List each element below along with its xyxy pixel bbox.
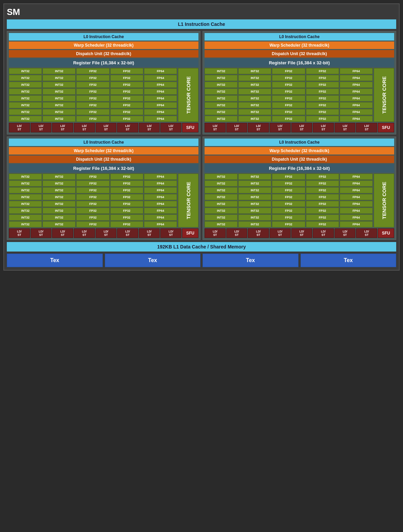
ld-st-4: LD/ST [270, 228, 291, 238]
sfu-2: SFU [378, 123, 394, 132]
sub-processor-1: L0 Instruction Cache Warp Scheduler (32 … [7, 31, 200, 134]
cu-int32: INT32 [9, 214, 42, 221]
cu-int32: INT32 [43, 214, 76, 221]
sub-processors-grid: L0 Instruction Cache Warp Scheduler (32 … [7, 31, 396, 240]
cu-fp32: FP32 [272, 109, 305, 115]
ld-st-7: LD/ST [139, 123, 160, 132]
cu-int32: INT32 [9, 75, 42, 81]
cu-fp32: FP32 [272, 95, 305, 101]
cu-fp64: FP64 [340, 95, 373, 101]
cu-int32: INT32 [238, 109, 271, 115]
cu-int32: INT32 [9, 102, 42, 108]
warp-scheduler-1: Warp Scheduler (32 thread/clk) [9, 42, 198, 49]
cu-fp64: FP64 [340, 201, 373, 207]
cu-fp32: FP32 [110, 194, 143, 200]
cu-fp64: FP64 [340, 180, 373, 187]
cu-fp32: FP32 [110, 68, 143, 74]
cu-int32: INT32 [205, 221, 238, 227]
ld-st-1: LD/ST [205, 228, 226, 238]
cu-int32: INT32 [43, 187, 76, 193]
l1-instruction-cache: L1 Instruction Cache [7, 19, 396, 29]
cu-fp32: FP32 [306, 221, 339, 227]
tex-4: Tex [301, 254, 397, 267]
l1-data-cache: 192KB L1 Data Cache / Shared Memory [7, 242, 396, 252]
cu-fp32: FP32 [306, 194, 339, 200]
cu-fp32: FP32 [306, 109, 339, 115]
cu-fp32: FP32 [272, 194, 305, 200]
cu-fp32: FP32 [76, 180, 109, 187]
dispatch-unit-1: Dispatch Unit (32 thread/clk) [9, 50, 198, 58]
cu-fp32: FP32 [272, 214, 305, 221]
dispatch-unit-2: Dispatch Unit (32 thread/clk) [205, 50, 394, 58]
cu-fp32: FP32 [306, 208, 339, 214]
cu-fp64: FP64 [340, 187, 373, 193]
int-fp-grid-2: INT32INT32FP32FP32FP64 INT32INT32FP32FP3… [205, 68, 373, 122]
int-fp-grid-3: INT32INT32FP32FP32FP64 INT32INT32FP32FP3… [9, 174, 177, 227]
cu-fp32: FP32 [272, 116, 305, 122]
ld-st-2: LD/ST [226, 123, 247, 132]
cu-int32: INT32 [238, 221, 271, 227]
cu-int32: INT32 [43, 68, 76, 74]
ld-st-2: LD/ST [226, 228, 247, 238]
cu-int32: INT32 [43, 102, 76, 108]
cu-fp32: FP32 [110, 221, 143, 227]
ld-st-sfu-row-4: LD/ST LD/ST LD/ST LD/ST LD/ST LD/ST LD/S… [205, 228, 394, 238]
ld-st-3: LD/ST [248, 123, 269, 132]
cu-fp32: FP32 [76, 187, 109, 193]
cu-int32: INT32 [43, 180, 76, 187]
cu-fp32: FP32 [272, 221, 305, 227]
cu-int32: INT32 [9, 208, 42, 214]
cu-fp32: FP32 [76, 208, 109, 214]
cu-int32: INT32 [43, 221, 76, 227]
cu-int32: INT32 [9, 180, 42, 187]
ld-st-3: LD/ST [52, 123, 73, 132]
cu-fp32: FP32 [110, 174, 143, 180]
tensor-core-4: TENSOR CORE [374, 174, 394, 227]
sfu-4: SFU [378, 228, 394, 238]
cu-fp32: FP32 [272, 174, 305, 180]
cu-fp64: FP64 [144, 194, 177, 200]
cu-fp64: FP64 [144, 214, 177, 221]
cu-int32: INT32 [205, 88, 238, 95]
cu-int32: INT32 [9, 95, 42, 101]
tex-2: Tex [105, 254, 201, 267]
cu-int32: INT32 [43, 109, 76, 115]
register-file-1: Register File (16,384 x 32-bit) [9, 59, 198, 67]
cu-int32: INT32 [43, 174, 76, 180]
cu-fp64: FP64 [144, 116, 177, 122]
cu-fp32: FP32 [306, 201, 339, 207]
cu-fp32: FP32 [306, 88, 339, 95]
cu-fp32: FP32 [110, 214, 143, 221]
ld-st-7: LD/ST [335, 228, 356, 238]
ld-st-sfu-row-3: LD/ST LD/ST LD/ST LD/ST LD/ST LD/ST LD/S… [9, 228, 198, 238]
cu-fp64: FP64 [144, 82, 177, 88]
compute-area-2: INT32INT32FP32FP32FP64 INT32INT32FP32FP3… [205, 68, 394, 122]
compute-area-3: INT32INT32FP32FP32FP64 INT32INT32FP32FP3… [9, 174, 198, 227]
cu-int32: INT32 [205, 109, 238, 115]
cu-fp32: FP32 [272, 68, 305, 74]
cu-int32: INT32 [238, 180, 271, 187]
cu-int32: INT32 [238, 208, 271, 214]
ld-st-5: LD/ST [96, 123, 117, 132]
ld-st-8: LD/ST [356, 123, 377, 132]
cu-fp32: FP32 [110, 102, 143, 108]
ld-st-4: LD/ST [270, 123, 291, 132]
cu-int32: INT32 [205, 82, 238, 88]
cu-fp32: FP32 [76, 221, 109, 227]
cu-fp32: FP32 [306, 68, 339, 74]
cu-fp32: FP32 [76, 88, 109, 95]
cu-int32: INT32 [205, 180, 238, 187]
cu-int32: INT32 [9, 174, 42, 180]
sub-processor-4: L0 Instruction Cache Warp Scheduler (32 … [203, 136, 396, 240]
ld-st-7: LD/ST [335, 123, 356, 132]
cu-fp32: FP32 [76, 109, 109, 115]
cu-fp32: FP32 [76, 95, 109, 101]
cu-fp32: FP32 [306, 95, 339, 101]
cu-fp64: FP64 [340, 214, 373, 221]
cu-fp32: FP32 [306, 214, 339, 221]
cu-int32: INT32 [238, 194, 271, 200]
cu-int32: INT32 [43, 208, 76, 214]
cu-int32: INT32 [205, 214, 238, 221]
ld-st-2: LD/ST [31, 228, 52, 238]
ld-st-1: LD/ST [205, 123, 226, 132]
